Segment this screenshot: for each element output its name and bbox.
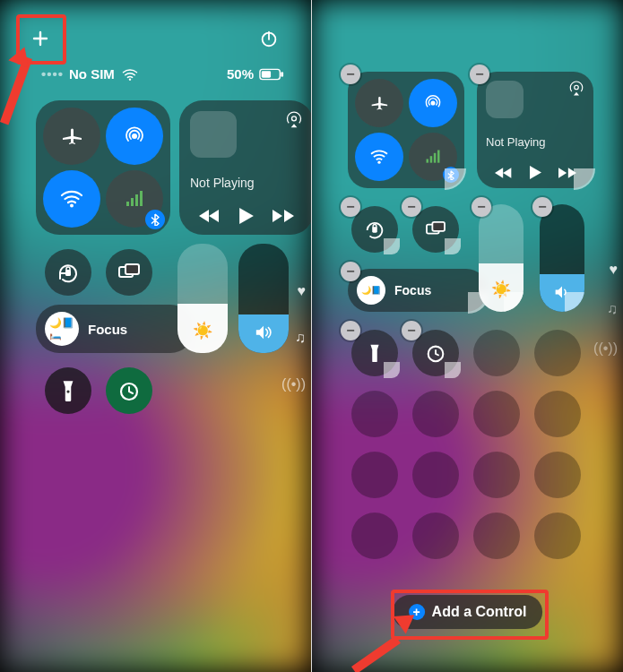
- svg-point-5: [132, 134, 137, 139]
- flashlight-icon: [368, 343, 381, 363]
- fastforward-button[interactable]: [273, 209, 294, 223]
- battery-pct-label: 50%: [227, 66, 254, 82]
- svg-rect-4: [281, 72, 283, 77]
- brightness-slider[interactable]: ☀️: [479, 204, 523, 312]
- remove-flashlight[interactable]: −: [341, 321, 360, 340]
- flashlight-button[interactable]: [351, 330, 398, 376]
- control-center-pane-edit: − − Not Playing − − − 🌙📘 Focus − ☀️ −: [312, 0, 623, 672]
- media-tile[interactable]: Not Playing: [179, 100, 311, 235]
- wifi-icon: [60, 189, 83, 209]
- svg-rect-24: [372, 227, 377, 232]
- favorites-heart-icon[interactable]: ♥: [298, 283, 307, 299]
- remove-timer[interactable]: −: [402, 321, 421, 340]
- svg-rect-10: [140, 191, 143, 206]
- connectivity-tile[interactable]: [348, 72, 464, 188]
- play-button[interactable]: [530, 166, 541, 179]
- timer-icon: [425, 342, 446, 364]
- power-icon: [259, 29, 279, 48]
- orientation-lock-button[interactable]: [45, 249, 91, 296]
- airdrop-toggle[interactable]: [409, 79, 457, 127]
- music-note-icon[interactable]: ♫: [295, 330, 306, 346]
- flashlight-icon: [61, 379, 75, 402]
- wifi-toggle[interactable]: [355, 133, 403, 181]
- timer-button[interactable]: [412, 330, 459, 376]
- remove-orientation-lock[interactable]: −: [341, 197, 360, 217]
- svg-point-15: [66, 390, 69, 392]
- media-tile[interactable]: Not Playing: [477, 72, 593, 188]
- cellular-bluetooth-toggle[interactable]: [106, 170, 163, 228]
- remove-media[interactable]: −: [470, 65, 489, 84]
- svg-point-17: [430, 100, 435, 105]
- svg-rect-3: [262, 71, 271, 77]
- battery-icon: [259, 68, 284, 81]
- power-button[interactable]: [257, 27, 281, 50]
- svg-rect-20: [430, 156, 433, 163]
- cellular-icon: [124, 188, 145, 210]
- focus-icon-circle: 🌙📘🛏️: [45, 312, 79, 346]
- flashlight-button[interactable]: [45, 367, 91, 414]
- volume-slider[interactable]: [540, 204, 584, 312]
- remove-screen-mirroring[interactable]: −: [402, 197, 421, 217]
- play-button[interactable]: [239, 208, 254, 224]
- focus-tile[interactable]: 🌙📘 Focus: [348, 269, 488, 312]
- svg-rect-12: [65, 270, 71, 276]
- focus-tile[interactable]: 🌙📘🛏️ Focus: [36, 305, 194, 353]
- music-note-icon[interactable]: ♫: [607, 301, 618, 317]
- not-playing-label: Not Playing: [486, 135, 584, 149]
- resize-handle[interactable]: [445, 238, 461, 254]
- svg-point-18: [377, 161, 380, 164]
- connectivity-tile[interactable]: [36, 100, 170, 235]
- resize-handle[interactable]: [504, 292, 523, 312]
- airplane-toggle[interactable]: [355, 79, 403, 127]
- wifi-icon: [369, 149, 389, 165]
- timer-button[interactable]: [106, 367, 152, 414]
- svg-rect-8: [131, 198, 134, 206]
- callout-arrow: [0, 50, 39, 122]
- rewind-button[interactable]: [199, 209, 221, 223]
- focus-label: Focus: [394, 283, 431, 297]
- resize-handle[interactable]: [445, 362, 461, 378]
- hotspot-icon[interactable]: ((•)): [281, 376, 306, 392]
- focus-label: Focus: [88, 322, 127, 337]
- airplane-toggle[interactable]: [43, 108, 100, 165]
- airdrop-icon: [123, 125, 146, 148]
- remove-brightness[interactable]: −: [472, 197, 491, 217]
- airplay-icon[interactable]: [285, 111, 303, 129]
- wifi-icon: [122, 68, 138, 81]
- control-center-pane-normal: •••• No SIM 50% Not Playing: [0, 0, 311, 672]
- timer-icon: [117, 379, 141, 402]
- bluetooth-icon: [151, 213, 160, 226]
- album-art-placeholder: [190, 111, 237, 158]
- resize-handle[interactable]: [565, 292, 584, 312]
- remove-connectivity[interactable]: −: [341, 65, 360, 84]
- svg-point-6: [70, 204, 74, 208]
- resize-handle[interactable]: [574, 168, 595, 190]
- orientation-lock-icon: [56, 261, 80, 284]
- resize-handle[interactable]: [384, 362, 400, 378]
- remove-focus[interactable]: −: [341, 262, 360, 281]
- hotspot-icon[interactable]: ((•)): [593, 340, 618, 357]
- screen-mirroring-button[interactable]: [106, 249, 152, 296]
- resize-handle[interactable]: [445, 168, 466, 190]
- orientation-lock-icon: [364, 219, 385, 240]
- volume-slider[interactable]: [238, 244, 289, 353]
- brightness-slider[interactable]: ☀️: [177, 244, 228, 353]
- screen-mirroring-button[interactable]: [412, 206, 459, 253]
- favorites-heart-icon[interactable]: ♥: [610, 262, 619, 278]
- svg-rect-19: [427, 159, 429, 163]
- airplay-icon[interactable]: [568, 81, 584, 97]
- airplane-icon: [370, 94, 388, 112]
- svg-rect-7: [126, 202, 129, 206]
- resize-handle[interactable]: [384, 238, 400, 254]
- airdrop-toggle[interactable]: [106, 108, 163, 165]
- album-art-placeholder: [486, 81, 523, 118]
- rewind-button[interactable]: [495, 167, 513, 179]
- remove-volume[interactable]: −: [532, 197, 552, 217]
- callout-arrow: [351, 613, 423, 667]
- focus-icon-circle: 🌙📘: [357, 276, 385, 305]
- not-playing-label: Not Playing: [190, 176, 303, 190]
- orientation-lock-button[interactable]: [351, 206, 398, 253]
- carrier-label: No SIM: [69, 66, 115, 82]
- signal-dots-icon: ••••: [41, 66, 64, 82]
- wifi-toggle[interactable]: [43, 170, 100, 228]
